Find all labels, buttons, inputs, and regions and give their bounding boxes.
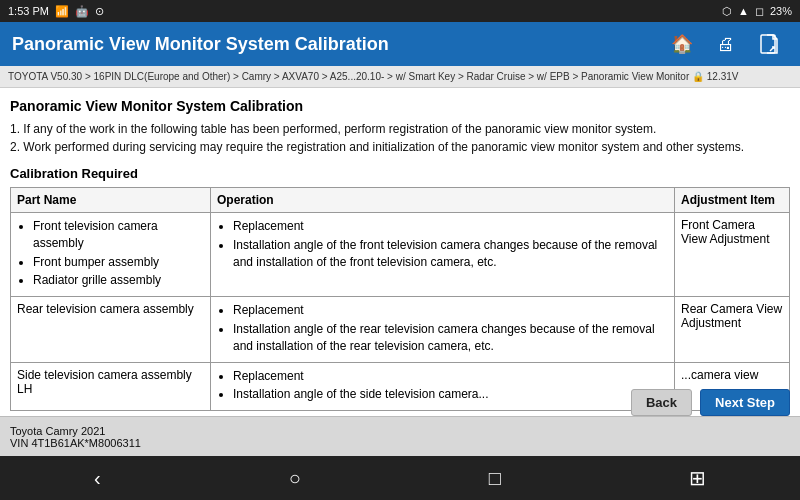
table-row: Rear television camera assembly Replacem… xyxy=(11,297,790,362)
list-item: Installation angle of the rear televisio… xyxy=(233,321,668,355)
adjustment-cell: Rear Camera View Adjustment xyxy=(675,297,790,362)
list-item: Front bumper assembly xyxy=(33,254,204,271)
adjustment-cell: Front Camera View Adjustment xyxy=(675,213,790,297)
export-icon-button[interactable] xyxy=(752,26,788,62)
wifi-status-icon: ▲ xyxy=(738,5,749,17)
vehicle-info: Toyota Camry 2021 VIN 4T1B61AK*M8006311 xyxy=(0,416,800,456)
operation-items-list: Replacement Installation angle of the si… xyxy=(217,368,668,404)
part-name-cell: Side television camera assembly LH xyxy=(11,362,211,411)
list-item: Radiator grille assembly xyxy=(33,272,204,289)
page-title: Panoramic View Monitor System Calibratio… xyxy=(12,34,389,55)
sim-icon: 📶 xyxy=(55,5,69,18)
back-button[interactable]: Back xyxy=(631,389,692,416)
header-part-name: Part Name xyxy=(11,188,211,213)
part-name-cell: Rear television camera assembly xyxy=(11,297,211,362)
content-title: Panoramic View Monitor System Calibratio… xyxy=(10,98,790,114)
bluetooth-icon: ⬡ xyxy=(722,5,732,18)
header-operation: Operation xyxy=(211,188,675,213)
operation-items-list: Replacement Installation angle of the re… xyxy=(217,302,668,354)
recents-nav-icon[interactable]: □ xyxy=(469,459,521,498)
main-content: Panoramic View Monitor System Calibratio… xyxy=(0,88,800,416)
breadcrumb: TOYOTA V50.30 > 16PIN DLC(Europe and Oth… xyxy=(0,66,800,88)
part-items-list: Front television camera assembly Front b… xyxy=(17,218,204,289)
battery-indicator: ◻ xyxy=(755,5,764,18)
operation-items-list: Replacement Installation angle of the fr… xyxy=(217,218,668,270)
back-nav-icon[interactable]: ‹ xyxy=(74,459,121,498)
vehicle-vin: VIN 4T1B61AK*M8006311 xyxy=(10,437,790,449)
battery-percent: 23% xyxy=(770,5,792,17)
list-item: Installation angle of the side televisio… xyxy=(233,386,668,403)
alarm-icon: ⊙ xyxy=(95,5,104,18)
operation-cell: Replacement Installation angle of the si… xyxy=(211,362,675,411)
grid-nav-icon[interactable]: ⊞ xyxy=(669,458,726,498)
description-1: 1. If any of the work in the following t… xyxy=(10,120,790,156)
status-bar: 1:53 PM 📶 🤖 ⊙ ⬡ ▲ ◻ 23% xyxy=(0,0,800,22)
next-step-button[interactable]: Next Step xyxy=(700,389,790,416)
operation-cell: Replacement Installation angle of the re… xyxy=(211,297,675,362)
system-nav-bar: ‹ ○ □ ⊞ xyxy=(0,456,800,500)
operation-cell: Replacement Installation angle of the fr… xyxy=(211,213,675,297)
calibration-table: Part Name Operation Adjustment Item Fron… xyxy=(10,187,790,411)
list-item: Replacement xyxy=(233,368,668,385)
time-display: 1:53 PM xyxy=(8,5,49,17)
list-item: Installation angle of the front televisi… xyxy=(233,237,668,271)
section-title: Calibration Required xyxy=(10,166,790,181)
breadcrumb-text: TOYOTA V50.30 > 16PIN DLC(Europe and Oth… xyxy=(8,71,739,82)
home-icon-button[interactable]: 🏠 xyxy=(664,26,700,62)
title-bar-icons: 🏠 🖨 xyxy=(664,26,788,62)
android-icon: 🤖 xyxy=(75,5,89,18)
list-item: Replacement xyxy=(233,302,668,319)
table-row: Front television camera assembly Front b… xyxy=(11,213,790,297)
action-bar: Back Next Step xyxy=(631,389,790,416)
home-nav-icon[interactable]: ○ xyxy=(269,459,321,498)
part-name-cell: Front television camera assembly Front b… xyxy=(11,213,211,297)
list-item: Replacement xyxy=(233,218,668,235)
vehicle-model: Toyota Camry 2021 xyxy=(10,425,790,437)
list-item: Front television camera assembly xyxy=(33,218,204,252)
print-icon-button[interactable]: 🖨 xyxy=(708,26,744,62)
title-bar: Panoramic View Monitor System Calibratio… xyxy=(0,22,800,66)
header-adjustment: Adjustment Item xyxy=(675,188,790,213)
